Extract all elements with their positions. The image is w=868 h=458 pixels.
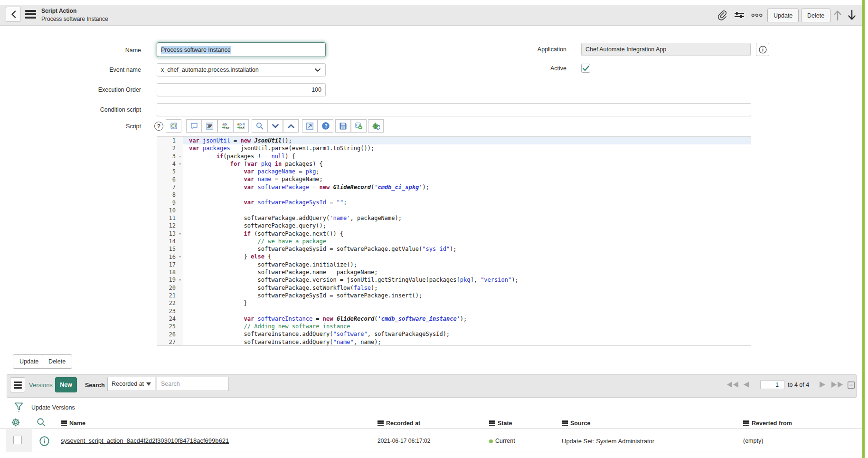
code-line[interactable]: if (softwarePackage.next()) { <box>183 230 751 238</box>
search-field-select[interactable]: Recorded at <box>107 377 155 391</box>
update-button[interactable]: Update <box>13 354 45 369</box>
code-line[interactable]: softwarePackage.setWorkflow(false); <box>183 284 751 292</box>
attachment-icon[interactable] <box>716 10 727 21</box>
find-next-button[interactable] <box>267 119 283 133</box>
replace-button[interactable]: abac <box>217 119 233 133</box>
code-line[interactable] <box>183 307 751 315</box>
next-page-icon[interactable] <box>820 382 825 388</box>
fold-arrow-icon[interactable]: ▾ <box>177 153 183 160</box>
code-line[interactable]: } <box>183 299 751 307</box>
personalize-form-icon[interactable] <box>734 10 745 21</box>
help-button[interactable]: ? <box>318 119 333 133</box>
code-lines[interactable]: var jsonUtil = new JsonUtil();var packag… <box>183 137 751 345</box>
find-previous-button[interactable] <box>283 119 299 133</box>
filter-breadcrumb[interactable]: Update Versions <box>31 404 75 411</box>
execution-order-input[interactable]: 100 <box>157 83 326 96</box>
list-search-input[interactable] <box>157 377 229 391</box>
code-line[interactable]: var packages = jsonUtil.parse(event.parm… <box>183 144 751 152</box>
syntax-check-button[interactable] <box>351 119 367 133</box>
gutter-line[interactable]: 16▾ <box>157 253 183 260</box>
source-link[interactable]: Update Set: System Administrator <box>562 438 654 445</box>
collapse-list-icon[interactable] <box>848 382 855 389</box>
filter-icon[interactable] <box>14 402 24 413</box>
code-line[interactable]: softwareInstance.addQuery("name", name); <box>183 338 751 346</box>
page-number-input[interactable] <box>760 380 784 389</box>
column-header-source[interactable]: Source <box>562 419 590 427</box>
next-record-icon[interactable] <box>846 10 858 21</box>
more-options-icon[interactable] <box>751 10 763 21</box>
format-code-button[interactable] <box>202 119 217 133</box>
condition-script-input[interactable] <box>157 103 751 116</box>
fold-arrow-icon[interactable]: ▾ <box>177 276 183 284</box>
find-button[interactable] <box>252 119 267 133</box>
column-menu-icon[interactable] <box>377 420 384 426</box>
gutter-line[interactable]: 3▾ <box>157 153 183 160</box>
column-menu-icon[interactable] <box>489 420 495 426</box>
column-header-name[interactable]: Name <box>61 419 85 427</box>
column-header-state[interactable]: State <box>489 419 512 427</box>
last-page-icon[interactable] <box>831 382 843 388</box>
column-menu-icon[interactable] <box>562 420 568 426</box>
column-header-reverted-from[interactable]: Reverted from <box>743 419 792 427</box>
code-line[interactable]: softwareInstance.addQuery("software", so… <box>183 330 751 338</box>
code-line[interactable]: if(packages !== null) { <box>183 153 751 160</box>
save-button[interactable] <box>335 119 351 133</box>
find-next-icon <box>272 124 279 128</box>
column-menu-icon[interactable] <box>743 420 749 426</box>
header-delete-button[interactable]: Delete <box>801 9 830 22</box>
script-editor[interactable]: 123▾4▾5678910111213▾141516▾171819▾202122… <box>157 136 751 346</box>
gutter-line[interactable]: 19▾ <box>157 276 183 284</box>
code-line[interactable]: softwarePackageSysId = softwarePackage.i… <box>183 292 751 299</box>
replace-all-button[interactable]: abac <box>233 119 249 133</box>
code-line[interactable]: var jsonUtil = new JsonUtil(); <box>183 137 751 144</box>
delete-button[interactable]: Delete <box>42 354 72 369</box>
code-line[interactable] <box>183 207 751 214</box>
script-help-icon[interactable]: ? <box>154 122 163 131</box>
code-line[interactable]: softwarePackage.name = packageName; <box>183 268 751 276</box>
code-line[interactable] <box>183 191 751 199</box>
code-line[interactable]: } else { <box>183 253 751 260</box>
code-line[interactable]: var name = packageName; <box>183 175 751 183</box>
versions-list-title[interactable]: Versions <box>29 382 53 389</box>
previous-page-icon[interactable] <box>744 382 749 388</box>
code-line[interactable]: var softwarePackageSysId = ""; <box>183 199 751 206</box>
event-name-select[interactable]: x_chef_automate.process.installation <box>157 63 326 76</box>
code-line[interactable]: softwarePackage.initialize(); <box>183 261 751 268</box>
new-button[interactable]: New <box>55 377 77 392</box>
name-input[interactable]: Process software Instance <box>157 42 326 57</box>
gutter-line[interactable]: 4▾ <box>157 160 183 168</box>
row-checkbox[interactable] <box>13 436 22 444</box>
column-header-recorded-at[interactable]: Recorded at <box>377 419 420 427</box>
comment-button[interactable] <box>186 119 202 133</box>
fold-arrow-icon[interactable]: ▾ <box>177 160 183 168</box>
debug-button[interactable] <box>368 119 384 133</box>
code-line[interactable]: // Adding new software instance <box>183 323 751 330</box>
code-line[interactable]: softwarePackageSysId = softwarePackage.g… <box>183 245 751 253</box>
syntax-editor-button[interactable] <box>166 119 181 133</box>
first-page-icon[interactable] <box>727 382 738 388</box>
row-info-icon[interactable] <box>39 436 49 446</box>
code-line[interactable]: var softwarePackage = new GlideRecord('c… <box>183 183 751 191</box>
fold-arrow-icon[interactable]: ▾ <box>177 253 183 260</box>
code-line[interactable]: softwarePackage.query(); <box>183 222 751 229</box>
back-button[interactable] <box>6 7 21 22</box>
open-in-new-window-button[interactable] <box>302 119 318 133</box>
list-search-icon[interactable] <box>37 418 46 427</box>
code-line[interactable]: for (var pkg in packages) { <box>183 160 751 168</box>
context-menu-icon[interactable] <box>25 10 36 19</box>
version-record-link[interactable]: sysevent_script_action_8acd4f2d2f303010f… <box>61 437 229 444</box>
list-context-menu-button[interactable] <box>10 377 25 392</box>
code-line[interactable]: softwarePackage.addQuery('name', package… <box>183 214 751 222</box>
fold-arrow-icon[interactable]: ▾ <box>177 230 183 238</box>
header-update-button[interactable]: Update <box>767 9 799 22</box>
code-line[interactable]: var softwareInstance = new GlideRecord('… <box>183 315 751 323</box>
previous-record-icon[interactable] <box>832 10 843 21</box>
list-settings-gear-icon[interactable] <box>11 418 20 427</box>
active-checkbox[interactable] <box>581 64 590 73</box>
code-line[interactable]: softwarePackage.version = jsonUtil.getSt… <box>183 276 751 284</box>
column-menu-icon[interactable] <box>61 420 67 426</box>
code-line[interactable]: // we have a package <box>183 238 751 245</box>
application-info-button[interactable] <box>756 43 769 56</box>
gutter-line[interactable]: 13▾ <box>157 230 183 238</box>
code-line[interactable]: var packageName = pkg; <box>183 168 751 175</box>
